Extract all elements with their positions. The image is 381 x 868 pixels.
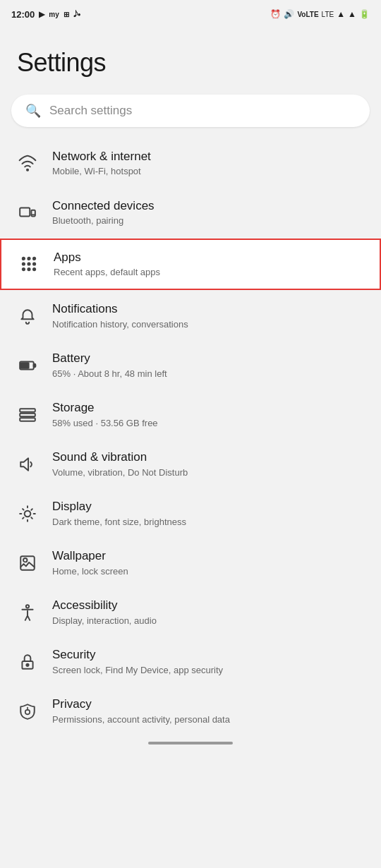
wallpaper-icon (17, 553, 38, 574)
settings-item-title-accessibility: Accessibility (52, 598, 157, 613)
svg-rect-17 (20, 414, 35, 416)
settings-item-title-display: Display (52, 499, 186, 514)
status-right: ⏰ 🔊 VoLTE LTE ▲ ▲ 🔋 (270, 9, 370, 19)
settings-item-subtitle-storage: 58% used · 53.56 GB free (52, 418, 158, 430)
volte-icon: VoLTE (297, 11, 318, 18)
settings-item-accessibility[interactable]: Accessibility Display, interaction, audi… (0, 588, 381, 637)
settings-item-sound[interactable]: Sound & vibration Volume, vibration, Do … (0, 440, 381, 489)
settings-item-privacy[interactable]: Privacy Permissions, account activity, p… (0, 687, 381, 736)
search-placeholder: Search settings (49, 104, 132, 118)
settings-item-text-notifications: Notifications Notification history, conv… (52, 301, 188, 330)
settings-item-battery[interactable]: Battery 65% · About 8 hr, 48 min left (0, 341, 381, 390)
svg-point-6 (33, 258, 35, 260)
svg-point-9 (33, 263, 35, 265)
dot-icon: ● (78, 11, 81, 18)
settings-item-title-connected: Connected devices (52, 198, 155, 214)
settings-item-storage[interactable]: Storage 58% used · 53.56 GB free (0, 390, 381, 440)
status-left: 12:00 ▶ my ⊞ 𝅘𝅥𝅮 ● (11, 9, 81, 20)
svg-rect-1 (20, 208, 30, 217)
svg-point-25 (26, 664, 28, 666)
lte-wifi-icon: LTE (322, 11, 334, 18)
settings-item-text-battery: Battery 65% · About 8 hr, 48 min left (52, 351, 167, 380)
svg-point-7 (23, 263, 25, 265)
settings-item-text-sound: Sound & vibration Volume, vibration, Do … (52, 450, 188, 478)
storage-icon (17, 404, 38, 426)
display-icon (17, 503, 38, 524)
svg-point-4 (23, 258, 25, 260)
settings-item-subtitle-sound: Volume, vibration, Do Not Disturb (52, 467, 188, 479)
svg-rect-16 (20, 409, 35, 411)
svg-rect-15 (21, 363, 29, 368)
settings-item-title-storage: Storage (52, 400, 158, 416)
svg-point-26 (25, 710, 30, 715)
google-icon: ⊞ (64, 11, 69, 18)
settings-item-subtitle-privacy: Permissions, account activity, personal … (52, 714, 230, 726)
settings-item-title-battery: Battery (52, 351, 167, 366)
settings-item-title-privacy: Privacy (52, 697, 230, 712)
settings-item-subtitle-wallpaper: Home, lock screen (52, 566, 128, 578)
settings-item-subtitle-notifications: Notification history, conversations (52, 319, 188, 331)
svg-point-5 (28, 258, 30, 260)
settings-item-network[interactable]: Network & internet Mobile, Wi-Fi, hotspo… (0, 138, 381, 188)
settings-item-wallpaper[interactable]: Wallpaper Home, lock screen (0, 538, 381, 588)
settings-item-text-accessibility: Accessibility Display, interaction, audi… (52, 598, 157, 627)
settings-item-subtitle-network: Mobile, Wi-Fi, hotspot (52, 166, 151, 178)
svg-point-20 (25, 511, 31, 517)
battery-icon (17, 355, 38, 376)
bell-icon (17, 306, 38, 327)
settings-item-text-privacy: Privacy Permissions, account activity, p… (52, 697, 230, 725)
msg-icon: my (49, 11, 59, 18)
signal-bars-icon: ▲ (337, 9, 345, 19)
alarm-icon: ⏰ (270, 9, 281, 19)
devices-icon (17, 202, 38, 223)
svg-point-12 (33, 268, 35, 270)
search-bar[interactable]: 🔍 Search settings (11, 95, 370, 127)
settings-item-text-security: Security Screen lock, Find My Device, ap… (52, 647, 223, 676)
settings-item-text-display: Display Dark theme, font size, brightnes… (52, 499, 186, 528)
settings-item-display[interactable]: Display Dark theme, font size, brightnes… (0, 489, 381, 538)
settings-item-apps[interactable]: Apps Recent apps, default apps (0, 239, 381, 290)
settings-item-title-apps: Apps (54, 250, 160, 265)
settings-item-title-sound: Sound & vibration (52, 450, 188, 465)
settings-list: Network & internet Mobile, Wi-Fi, hotspo… (0, 138, 381, 736)
settings-item-subtitle-accessibility: Display, interaction, audio (52, 615, 157, 627)
svg-marker-19 (20, 458, 28, 470)
svg-point-10 (23, 268, 25, 270)
settings-item-notifications[interactable]: Notifications Notification history, conv… (0, 291, 381, 341)
battery-status-icon: 🔋 (359, 9, 370, 19)
svg-rect-22 (20, 556, 35, 570)
status-bar: 12:00 ▶ my ⊞ 𝅘𝅥𝅮 ● ⏰ 🔊 VoLTE LTE ▲ ▲ 🔋 (0, 0, 381, 25)
settings-item-subtitle-connected: Bluetooth, pairing (52, 215, 155, 227)
settings-item-text-network: Network & internet Mobile, Wi-Fi, hotspo… (52, 149, 151, 178)
svg-rect-2 (31, 210, 35, 217)
settings-item-subtitle-security: Screen lock, Find My Device, app securit… (52, 665, 223, 677)
svg-rect-18 (20, 418, 35, 421)
wifi-icon (17, 152, 38, 174)
settings-item-title-notifications: Notifications (52, 301, 188, 317)
settings-item-title-security: Security (52, 647, 223, 663)
sound-icon (17, 454, 38, 475)
apps-icon (18, 253, 40, 275)
page-header: Settings (0, 25, 381, 89)
settings-item-connected[interactable]: Connected devices Bluetooth, pairing (0, 188, 381, 237)
settings-item-title-wallpaper: Wallpaper (52, 548, 128, 564)
svg-point-21 (23, 558, 27, 562)
svg-point-0 (27, 169, 28, 171)
settings-item-text-wallpaper: Wallpaper Home, lock screen (52, 548, 128, 577)
scroll-indicator (0, 736, 381, 747)
settings-item-subtitle-display: Dark theme, font size, brightness (52, 517, 186, 529)
settings-item-subtitle-apps: Recent apps, default apps (54, 267, 160, 279)
settings-item-security[interactable]: Security Screen lock, Find My Device, ap… (0, 637, 381, 687)
svg-point-23 (26, 605, 29, 608)
svg-rect-14 (34, 364, 36, 367)
settings-item-text-connected: Connected devices Bluetooth, pairing (52, 198, 155, 227)
search-container: 🔍 Search settings (0, 89, 381, 138)
search-icon: 🔍 (25, 103, 41, 119)
settings-item-text-storage: Storage 58% used · 53.56 GB free (52, 400, 158, 429)
security-icon (17, 651, 38, 673)
svg-point-11 (28, 268, 30, 270)
page-title: Settings (17, 48, 364, 78)
scroll-bar (148, 742, 233, 745)
svg-point-8 (28, 263, 30, 265)
settings-item-subtitle-battery: 65% · About 8 hr, 48 min left (52, 368, 167, 380)
